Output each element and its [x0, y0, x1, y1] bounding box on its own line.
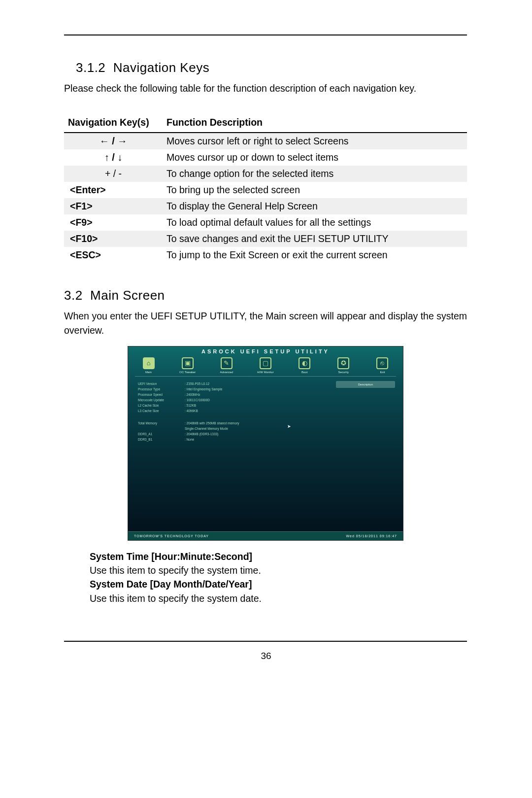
uefi-k: Total Memory	[138, 420, 185, 426]
key-f10: <F10>	[64, 231, 163, 247]
uefi-tab-advanced: ✎ Advanced	[213, 357, 240, 374]
uefi-k: L2 Cache Size	[138, 403, 185, 408]
system-time-heading: System Time [Hour:Minute:Second]	[90, 550, 467, 563]
desc-cell: Moves cursor left or right to select Scr…	[163, 133, 467, 149]
power-icon: ◐	[299, 357, 310, 369]
uefi-v: Single-Channel Memory Mode	[185, 426, 228, 431]
system-date-desc: Use this item to specify the system date…	[90, 591, 467, 605]
table-row: <F1> To display the General Help Screen	[64, 198, 467, 214]
key-f9: <F9>	[64, 214, 163, 231]
heading-312-number: 3.1.2	[76, 60, 105, 75]
uefi-tab-oc: ▣ OC Tweaker	[174, 357, 201, 374]
uefi-info: UEFI Version: Z350-P05 L0.12 Processor T…	[138, 381, 315, 442]
uefi-k: L3 Cache Size	[138, 408, 185, 414]
desc-cell: Moves cursor up or down to select items	[163, 149, 467, 166]
desc-cell: To save changes and exit the UEFI SETUP …	[163, 231, 467, 247]
system-date-heading: System Date [Day Month/Date/Year]	[90, 577, 467, 591]
cursor-icon: ➤	[287, 424, 291, 429]
uefi-footer-left: TOMORROW'S TECHNOLOGY TODAY	[134, 534, 209, 538]
monitor-icon: ▢	[260, 357, 271, 369]
uefi-v: : Z350-P05 L0.12	[185, 381, 209, 386]
uefi-tab-label: Security	[338, 371, 349, 374]
table-row: <ESC> To jump to the Exit Screen or exit…	[64, 247, 467, 263]
intro-312: Please check the following table for the…	[64, 81, 467, 95]
tool-icon: ✎	[221, 357, 233, 369]
uefi-tab-label: H/W Monitor	[257, 371, 273, 374]
uefi-v: : 2400MHz	[185, 392, 200, 397]
key-f1: <F1>	[64, 198, 163, 214]
key-enter: <Enter>	[64, 182, 163, 198]
key-plus-minus: + / -	[105, 168, 122, 179]
uefi-tab-boot: ◐ Boot	[291, 357, 318, 374]
uefi-v: : None	[185, 437, 194, 442]
uefi-tab-label: Boot	[301, 371, 307, 374]
nav-keys-header-row: Navigation Key(s) Function Description	[64, 115, 467, 133]
key-up-down: ↑ / ↓	[104, 152, 123, 163]
bottom-rule	[64, 641, 467, 642]
desc-cell: To jump to the Exit Screen or exit the c…	[163, 247, 467, 263]
desc-cell: To change option for the selected items	[163, 166, 467, 182]
desc-cell: To bring up the selected screen	[163, 182, 467, 198]
heading-312-title: Navigation Keys	[113, 60, 209, 75]
system-settings-block: System Time [Hour:Minute:Second] Use thi…	[90, 550, 467, 605]
uefi-tab-main: ⌂ Main	[135, 357, 162, 374]
uefi-tabs: ⌂ Main ▣ OC Tweaker ✎ Advanced ▢ H/W Mon…	[135, 357, 396, 374]
uefi-k: DDR3_B1	[138, 437, 185, 442]
uefi-screenshot: ASROCK UEFI SETUP UTILITY ⌂ Main ▣ OC Tw…	[128, 346, 403, 541]
table-row: <F10> To save changes and exit the UEFI …	[64, 231, 467, 247]
uefi-tab-label: Advanced	[220, 371, 233, 374]
system-time-desc: Use this item to specify the system time…	[90, 563, 467, 577]
intro-32: When you enter the UEFI SETUP UTILITY, t…	[64, 309, 467, 337]
uefi-v: : Intel Engineering Sample	[185, 386, 222, 392]
table-row: ← / → Moves cursor left or right to sele…	[64, 133, 467, 149]
uefi-footer-right: Wed 05/18/2011 09:16:47	[346, 534, 397, 538]
uefi-description-box: Description	[336, 381, 395, 388]
desc-cell: To display the General Help Screen	[163, 198, 467, 214]
uefi-v: : 2048MB (DDR3-1333)	[185, 431, 218, 437]
table-row: + / - To change option for the selected …	[64, 166, 467, 182]
uefi-k: Processor Speed	[138, 392, 185, 397]
uefi-k	[138, 426, 185, 431]
uefi-k: Processor Type	[138, 386, 185, 392]
key-esc: <ESC>	[64, 247, 163, 263]
table-row: <F9> To load optimal default values for …	[64, 214, 467, 231]
th-keys: Navigation Key(s)	[64, 115, 163, 133]
shield-icon: ✪	[337, 357, 349, 369]
desc-cell: To load optimal default values for all t…	[163, 214, 467, 231]
uefi-tab-label: Exit	[380, 371, 385, 374]
page-number: 36	[0, 651, 532, 661]
uefi-k: UEFI Version	[138, 381, 185, 386]
chip-icon: ▣	[182, 357, 194, 369]
uefi-footer: TOMORROW'S TECHNOLOGY TODAY Wed 05/18/20…	[128, 531, 403, 540]
key-left-right: ← / →	[100, 136, 128, 146]
top-rule	[64, 35, 467, 35]
nav-keys-table: Navigation Key(s) Function Description ←…	[64, 115, 467, 263]
uefi-v: : 2048MB with 256MB shared memory	[185, 420, 239, 426]
uefi-title: ASROCK UEFI SETUP UTILITY	[128, 348, 403, 354]
uefi-k: DDR3_A1	[138, 431, 185, 437]
uefi-tab-exit: ⎋ Exit	[369, 357, 396, 374]
uefi-tab-security: ✪ Security	[330, 357, 357, 374]
exit-icon: ⎋	[376, 357, 388, 369]
uefi-divider	[135, 376, 396, 377]
table-row: ↑ / ↓ Moves cursor up or down to select …	[64, 149, 467, 166]
uefi-tab-label: Main	[145, 371, 152, 374]
heading-32-number: 3.2	[64, 288, 83, 303]
heading-32-title: Main Screen	[90, 288, 165, 303]
uefi-tab-hw: ▢ H/W Monitor	[252, 357, 279, 374]
table-row: <Enter> To bring up the selected screen	[64, 182, 467, 198]
heading-312: 3.1.2 Navigation Keys	[76, 60, 467, 75]
home-icon: ⌂	[143, 357, 155, 369]
uefi-v: : 10011C/10000D	[185, 397, 210, 403]
uefi-tab-label: OC Tweaker	[179, 371, 196, 374]
uefi-v: : 4096KB	[185, 408, 198, 414]
heading-32: 3.2 Main Screen	[64, 288, 467, 303]
uefi-k: Microcode Update	[138, 397, 185, 403]
uefi-v: : 512KB	[185, 403, 196, 408]
th-desc: Function Description	[163, 115, 467, 133]
